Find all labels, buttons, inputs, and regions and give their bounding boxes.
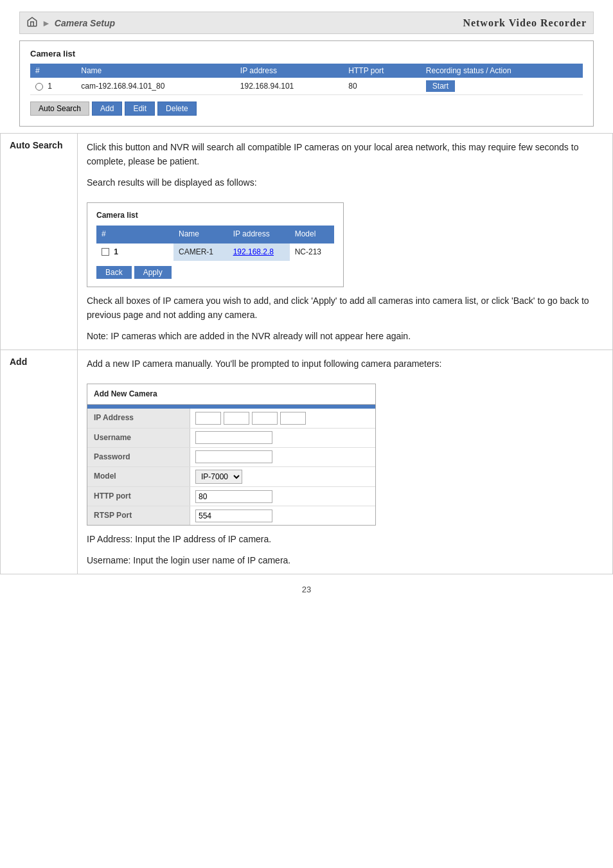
inner-table-row: 1 CAMER-1 192.168.2.8 NC-213: [96, 244, 334, 261]
inner-col-ip: IP address: [228, 226, 290, 243]
add-row: Add Add a new IP camera manually. You'll…: [1, 350, 613, 574]
value-http: [190, 487, 375, 506]
ip-field-2[interactable]: [224, 412, 249, 425]
extra-desc-2: Username: Input the login user name of I…: [87, 553, 603, 567]
value-rtsp: [190, 506, 375, 525]
add-camera-box: Add New Camera IP Address: [87, 384, 376, 526]
username-input[interactable]: [195, 431, 272, 444]
camera-table-top: # Name IP address HTTP port Recording st…: [30, 64, 583, 95]
check-all-text: Check all boxes of IP camera you wish to…: [87, 294, 603, 323]
brand-logo: Network Video Recorder: [463, 17, 587, 29]
add-button[interactable]: Add: [92, 102, 122, 116]
title-group: ► Camera Setup: [26, 16, 115, 30]
camera-list-title: Camera list: [30, 49, 583, 58]
camera-setup-box: Camera list # Name IP address HTTP port …: [19, 40, 594, 127]
desc-cell-add: Add a new IP camera manually. You'll be …: [78, 350, 613, 574]
label-model: Model: [87, 467, 190, 486]
form-row-username: Username: [87, 429, 375, 448]
col-action: Recording status / Action: [421, 64, 583, 78]
back-button[interactable]: Back: [96, 266, 132, 279]
add-description: Add a new IP camera manually. You'll be …: [87, 357, 603, 567]
auto-search-para-2: Search results will be displayed as foll…: [87, 175, 603, 190]
form-row-model: Model IP-7000 NC-213 IP-3000: [87, 467, 375, 487]
ip-field-4[interactable]: [280, 412, 306, 425]
inner-camera-box: Camera list # Name IP address Model: [87, 202, 344, 287]
apply-button[interactable]: Apply: [134, 266, 172, 279]
item-cell-autosearch: Auto Search: [1, 134, 78, 350]
row-num: 1: [30, 78, 76, 95]
col-port: HTTP port: [343, 64, 421, 78]
breadcrumb-arrow: ►: [42, 18, 51, 28]
row-ip: 192.168.94.101: [235, 78, 343, 95]
value-username: [190, 429, 375, 447]
main-content-table: Auto Search Click this button and NVR wi…: [0, 133, 613, 574]
start-button[interactable]: Start: [426, 80, 455, 92]
label-http: HTTP port: [87, 487, 190, 506]
label-username: Username: [87, 429, 190, 447]
label-password: Password: [87, 448, 190, 466]
inner-row-num: 1: [96, 244, 173, 261]
form-row-rtsp: RTSP Port: [87, 506, 375, 525]
row-radio[interactable]: [35, 83, 43, 91]
password-input[interactable]: [195, 450, 272, 463]
rtsp-port-input[interactable]: [195, 509, 272, 522]
model-select[interactable]: IP-7000 NC-213 IP-3000: [195, 470, 242, 484]
form-row-ip: IP Address: [87, 409, 375, 428]
form-row-password: Password: [87, 448, 375, 467]
add-para-1: Add a new IP camera manually. You'll be …: [87, 357, 603, 371]
value-ip: [190, 409, 375, 427]
camera-setup-header: ► Camera Setup Network Video Recorder: [19, 12, 594, 34]
desc-cell-autosearch: Click this button and NVR will search al…: [78, 134, 613, 350]
ip-field-1[interactable]: [195, 412, 221, 425]
value-password: [190, 448, 375, 466]
delete-button[interactable]: Delete: [157, 102, 197, 116]
add-camera-title: Add New Camera: [87, 384, 375, 405]
inner-col-num: #: [96, 226, 173, 243]
table-row: 1 cam-192.168.94.101_80 192.168.94.101 8…: [30, 78, 583, 95]
extra-desc-1: IP Address: Input the IP address of IP c…: [87, 532, 603, 546]
http-port-input[interactable]: [195, 490, 272, 503]
inner-row-model: NC-213: [290, 244, 334, 261]
col-num: #: [30, 64, 76, 78]
label-rtsp: RTSP Port: [87, 506, 190, 525]
inner-row-name: CAMER-1: [173, 244, 228, 261]
inner-camera-title: Camera list: [96, 209, 334, 222]
row-checkbox[interactable]: [102, 248, 109, 256]
top-section: ► Camera Setup Network Video Recorder Ca…: [0, 0, 613, 133]
add-camera-form: IP Address Username: [87, 409, 375, 525]
auto-search-row: Auto Search Click this button and NVR wi…: [1, 134, 613, 350]
auto-search-para-1: Click this button and NVR will search al…: [87, 140, 603, 169]
inner-buttons: Back Apply: [96, 266, 334, 279]
page-number: 23: [0, 574, 613, 599]
inner-camera-table: # Name IP address Model: [96, 226, 334, 260]
bottom-buttons: Auto Search Add Edit Delete: [30, 102, 583, 116]
inner-col-model: Model: [290, 226, 334, 243]
note-text: Note: IP cameras which are added in the …: [87, 329, 603, 343]
col-ip: IP address: [235, 64, 343, 78]
auto-search-button[interactable]: Auto Search: [30, 102, 89, 116]
form-row-http: HTTP port: [87, 487, 375, 506]
ip-field-3[interactable]: [252, 412, 278, 425]
breadcrumb-text: Camera Setup: [55, 18, 115, 28]
auto-search-description: Click this button and NVR will search al…: [87, 140, 603, 343]
inner-col-name: Name: [173, 226, 228, 243]
label-ip: IP Address: [87, 409, 190, 427]
row-name: cam-192.168.94.101_80: [76, 78, 235, 95]
item-cell-add: Add: [1, 350, 78, 574]
edit-button[interactable]: Edit: [125, 102, 155, 116]
col-name: Name: [76, 64, 235, 78]
inner-row-ip: 192.168.2.8: [228, 244, 290, 261]
row-action: Start: [421, 78, 583, 95]
value-model: IP-7000 NC-213 IP-3000: [190, 467, 375, 486]
inner-ip-link[interactable]: 192.168.2.8: [233, 247, 274, 256]
row-port: 80: [343, 78, 421, 95]
home-icon[interactable]: [26, 16, 38, 30]
